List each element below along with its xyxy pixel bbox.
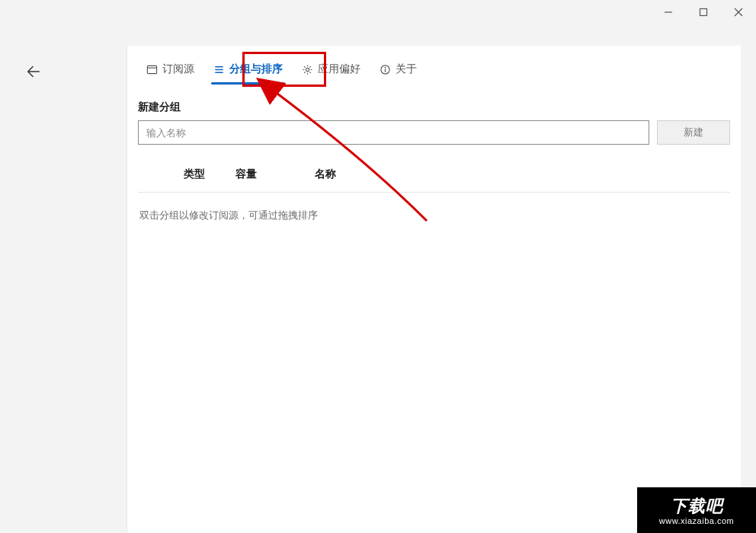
tab-bar: 订阅源 分组与排序 应用偏好 关于 [127, 46, 741, 84]
svg-point-6 [384, 66, 386, 68]
tab-sources[interactable]: 订阅源 [138, 56, 202, 84]
arrow-left-icon [25, 63, 42, 80]
settings-panel: 订阅源 分组与排序 应用偏好 关于 新建分组 [127, 46, 741, 533]
tab-content: 新建分组 新建 类型 容量 名称 双击分组以修改订阅源，可通过拖拽排序 [127, 84, 741, 239]
column-name: 名称 [315, 168, 336, 181]
svg-rect-7 [384, 69, 385, 72]
back-button[interactable] [23, 61, 44, 82]
tab-preferences-label: 应用偏好 [318, 62, 360, 76]
create-group-button[interactable]: 新建 [657, 120, 730, 145]
create-group-row: 新建 [138, 120, 730, 145]
tab-grouping-label: 分组与排序 [229, 62, 283, 76]
create-group-title: 新建分组 [138, 101, 730, 114]
groups-table-header: 类型 容量 名称 [138, 145, 730, 193]
watermark-brand: 下载吧 [671, 495, 723, 518]
tab-preferences[interactable]: 应用偏好 [293, 56, 368, 84]
app-window: 订阅源 分组与排序 应用偏好 关于 新建分组 [0, 0, 756, 533]
gear-icon [301, 63, 313, 75]
tab-sources-label: 订阅源 [162, 62, 194, 76]
svg-rect-1 [700, 9, 707, 16]
column-type: 类型 [184, 168, 205, 181]
group-name-input[interactable] [138, 120, 649, 145]
list-icon [213, 63, 225, 75]
minimize-button[interactable] [651, 0, 686, 24]
watermark: 下载吧 www.xiazaiba.com [637, 487, 756, 533]
minimize-icon [664, 8, 673, 17]
svg-point-4 [306, 68, 309, 71]
close-button[interactable] [721, 0, 756, 24]
column-capacity: 容量 [235, 168, 257, 181]
window-titlebar [651, 0, 756, 24]
groups-hint-text: 双击分组以修改订阅源，可通过拖拽排序 [138, 193, 730, 239]
tab-grouping[interactable]: 分组与排序 [205, 56, 290, 84]
info-icon [379, 63, 391, 75]
svg-rect-0 [665, 11, 672, 12]
maximize-icon [699, 8, 708, 17]
watermark-url: www.xiazaiba.com [659, 516, 734, 525]
maximize-button[interactable] [686, 0, 721, 24]
close-icon [734, 8, 743, 17]
svg-rect-2 [147, 65, 156, 73]
tab-about-label: 关于 [396, 62, 417, 76]
feed-icon [146, 63, 158, 75]
tab-about[interactable]: 关于 [371, 56, 424, 84]
